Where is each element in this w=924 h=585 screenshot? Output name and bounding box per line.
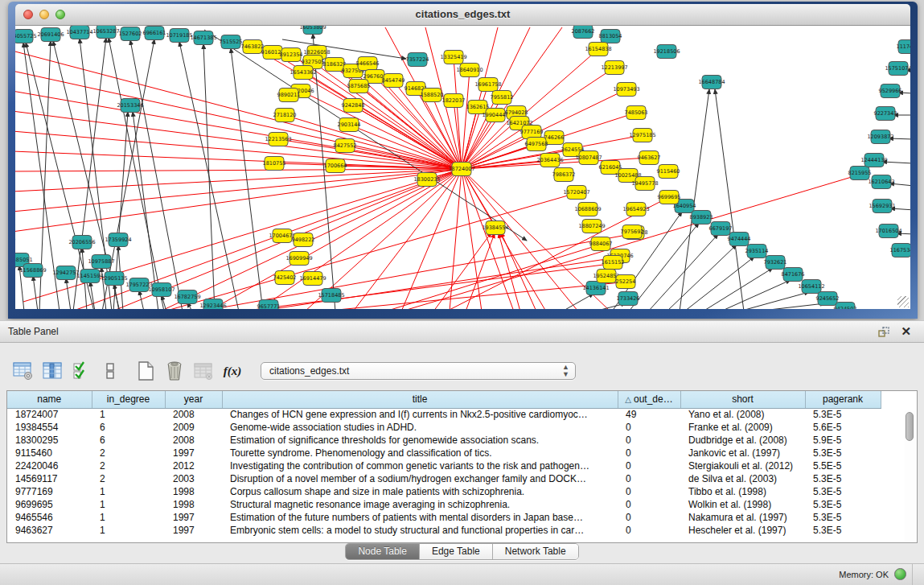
graph-node[interactable]: 11451594 [76,270,103,283]
graph-node[interactable]: 12213997 [601,61,627,75]
graph-edge[interactable] [203,44,215,309]
table-row[interactable]: 969969511998Structural magnetic resonanc… [7,498,881,511]
graph-node[interactable]: 9424502 [834,303,857,310]
table-cell[interactable]: Stergiakouli et al. (2012) [680,459,805,472]
table-cell[interactable]: Franke et al. (2009) [680,421,805,434]
graph-node[interactable]: 2903144 [338,118,361,132]
graph-node[interactable]: 10719185 [166,29,192,43]
graph-node[interactable]: 19384554 [482,221,508,235]
table-cell[interactable]: 2 [92,459,165,472]
graph-edge[interactable] [462,169,514,309]
table-cell[interactable]: Structural magnetic resonance image aver… [222,498,618,511]
graph-node[interactable]: 14055725 [15,30,37,43]
graph-node[interactable]: 18724007 [448,163,474,176]
table-row[interactable]: 1938455462009Genome-wide association stu… [7,421,881,434]
graph-edge[interactable] [33,276,38,309]
graph-node[interactable]: 20153346 [117,99,143,113]
table-cell[interactable]: 6 [92,421,165,434]
graph-node[interactable]: 9884067 [589,237,613,251]
graph-edge[interactable] [102,39,154,309]
graph-node[interactable]: 16909949 [285,252,312,266]
table-cell[interactable]: Hescheler et al. (1997) [680,524,805,537]
graph-edge[interactable] [130,40,183,309]
table-cell[interactable]: 5.3E-5 [805,485,881,498]
table-cell[interactable]: 1 [92,485,165,498]
graph-node[interactable]: 15718485 [318,289,344,303]
graph-node[interactable]: 7955812 [491,91,514,105]
graph-node[interactable]: 18640910 [456,64,483,77]
graph-node[interactable]: 19495778 [631,177,658,191]
column-header-pagerank[interactable]: pagerank [805,391,881,408]
graph-node[interactable]: 20206556 [68,236,95,249]
graph-node[interactable]: 9242848 [342,99,365,113]
graph-node[interactable]: 12905135 [101,272,127,286]
graph-node[interactable]: 16543362 [290,66,316,80]
table-cell[interactable]: 1998 [165,485,222,498]
graph-edge[interactable] [353,169,462,309]
table-cell[interactable]: 2 [92,472,165,485]
table-split-icon[interactable] [98,359,122,383]
graph-node[interactable]: 10688609 [574,203,601,216]
table-cell[interactable]: 18300295 [7,434,92,447]
table-cell[interactable]: 0 [618,447,680,459]
graph-node[interactable]: 14136141 [582,282,609,295]
graph-node[interactable]: 8912354 [280,48,303,62]
graph-node[interactable]: 16782759 [174,290,200,304]
graph-node[interactable]: 5875685 [347,80,371,93]
graph-node[interactable]: 7986372 [552,168,576,182]
graph-node[interactable]: 20364436 [536,154,563,167]
column-header-title[interactable]: title [222,391,618,408]
column-header-in_degree[interactable]: in_degree [92,391,165,408]
table-cell[interactable]: Embryonic stem cells: a model to study s… [222,524,618,537]
table-row[interactable]: 946554611997Estimation of the future num… [7,511,881,524]
table-cell[interactable]: Jankovic et al. (1997) [680,447,805,459]
graph-edge[interactable] [321,282,621,309]
graph-node[interactable]: 1588520 [421,89,444,102]
table-cell[interactable]: 18724007 [7,408,92,421]
graph-node[interactable]: 11568869 [19,264,46,278]
table-cell[interactable]: 5.3E-5 [805,498,881,511]
table-cell[interactable]: 2003 [165,472,222,485]
table-cell[interactable]: Tourette syndrome. Phenomenology and cla… [222,447,618,459]
graph-node[interactable]: 6679197 [709,222,733,236]
table-cell[interactable]: 2008 [165,408,222,421]
table-row[interactable]: 2242004622012Investigating the contribut… [7,459,881,472]
graph-node[interactable]: 9498222 [292,233,315,247]
graph-node[interactable]: 10958107 [148,283,175,297]
graph-edge[interactable] [231,48,263,309]
graph-edge[interactable] [721,280,791,309]
column-header-name[interactable]: name [7,391,92,408]
table-cell[interactable]: 0 [618,421,680,434]
graph-node[interactable]: 10807487 [575,151,602,165]
graph-edge[interactable] [15,169,462,171]
table-cell[interactable]: 1 [92,524,165,537]
graph-edge[interactable] [305,169,462,309]
graph-node[interactable]: 9474444 [728,233,751,246]
graph-node[interactable]: 2087662 [572,26,595,39]
graph-edge[interactable] [499,233,520,309]
graph-node[interactable]: 7357224 [406,53,429,67]
graph-node[interactable]: 16648784 [698,76,725,89]
graph-node[interactable]: 9657771 [257,300,281,310]
row-selection-icon[interactable] [69,359,93,383]
graph-node[interactable]: 10653287 [92,26,119,39]
table-cell[interactable]: 0 [618,511,680,524]
table-row[interactable]: 977716911998Corpus callosum shape and si… [7,485,881,498]
graph-node[interactable]: 1117435 [897,40,910,54]
column-header-out_de[interactable]: △out_de… [618,391,680,408]
table-row[interactable]: 911546021997Tourette syndrome. Phenomeno… [7,447,881,459]
table-row[interactable]: 1456911722003Disruption of a novel membe… [7,472,881,485]
graph-node[interactable]: 15692931 [869,200,895,213]
graph-node[interactable]: 8938923 [690,211,713,225]
graph-edge[interactable] [15,169,462,212]
graph-node[interactable]: 9529966 [879,84,902,98]
table-cell[interactable]: 0 [618,524,680,537]
graph-node[interactable]: 17016504 [875,225,901,238]
table-cell[interactable]: Tibbo et al. (1998) [680,485,805,498]
table-cell[interactable]: de Silva et al. (2003) [680,472,805,485]
table-cell[interactable]: Dudbridge et al. (2008) [680,434,805,447]
graph-node[interactable]: 10654112 [798,280,824,294]
graph-edge[interactable] [667,245,737,309]
graph-node[interactable]: 1733426 [617,292,640,306]
canvas-resize-grip[interactable] [897,296,909,307]
